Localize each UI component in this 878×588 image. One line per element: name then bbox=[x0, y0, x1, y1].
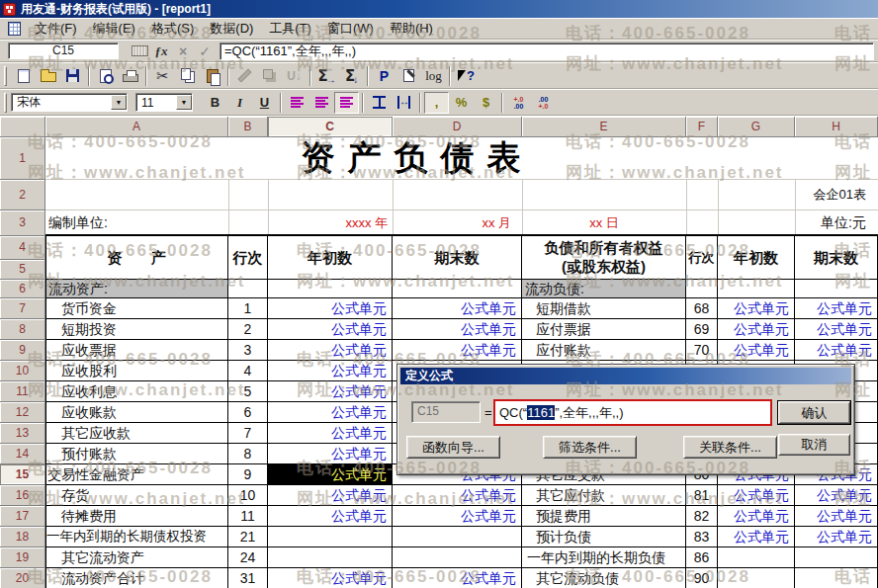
page-setup-button[interactable] bbox=[396, 65, 421, 87]
cell-E17[interactable]: 预提费用 bbox=[522, 506, 686, 527]
thousand-separator-button[interactable]: , bbox=[424, 92, 449, 114]
dialog-formula-input[interactable]: QC(“1161”,全年,,,年,,) bbox=[493, 399, 772, 426]
cell-G8[interactable]: 公式单元 bbox=[718, 319, 795, 340]
formula-input[interactable]: =QC(“1161”,全年,,,年,,) bbox=[220, 42, 874, 60]
table-header-g[interactable]: 年初数 bbox=[718, 236, 795, 280]
percent-style-button[interactable]: % bbox=[449, 92, 474, 114]
function-wizard-icon[interactable]: ƒx bbox=[150, 42, 172, 60]
app-icon[interactable] bbox=[3, 3, 16, 16]
open-button[interactable] bbox=[36, 65, 60, 87]
row-header-2[interactable]: 2 bbox=[0, 180, 45, 210]
italic-button[interactable]: I bbox=[227, 92, 252, 114]
cell-A18[interactable]: 一年内到期的长期债权投资 bbox=[45, 527, 228, 547]
relation-condition-button[interactable]: 关联条件... bbox=[683, 436, 777, 459]
cancel-entry-icon[interactable]: × bbox=[172, 42, 194, 60]
row-header-17[interactable]: 17 bbox=[0, 506, 45, 527]
cell-A12[interactable]: 应收账款 bbox=[45, 402, 228, 423]
increase-decimal-button[interactable]: +.0.00 bbox=[506, 92, 531, 114]
cell[interactable] bbox=[686, 280, 718, 298]
row-header-8[interactable]: 8 bbox=[0, 319, 45, 340]
cell-E8[interactable]: 应付票据 bbox=[522, 319, 686, 340]
unit-label[interactable]: 单位:元 bbox=[795, 210, 878, 236]
menu-edit[interactable]: 编辑(E) bbox=[85, 18, 143, 40]
toolbar-grip[interactable] bbox=[4, 66, 7, 86]
paste-button[interactable] bbox=[200, 65, 224, 87]
prepared-by-label[interactable]: 编制单位: bbox=[45, 210, 228, 236]
date-day[interactable]: xx 日 bbox=[522, 210, 686, 236]
save-button[interactable] bbox=[60, 65, 85, 87]
confirm-entry-icon[interactable]: ✓ bbox=[194, 42, 216, 60]
cell-B11[interactable]: 5 bbox=[228, 381, 268, 402]
cell-B18[interactable]: 21 bbox=[228, 527, 268, 547]
cell-C12[interactable]: 公式单元 bbox=[268, 402, 393, 423]
cell-D7[interactable]: 公式单元 bbox=[393, 298, 522, 319]
select-all-corner[interactable] bbox=[0, 117, 45, 137]
cell-B17[interactable]: 11 bbox=[228, 506, 268, 527]
cell-name-box[interactable]: C15 bbox=[8, 42, 119, 59]
cell-E9[interactable]: 应付账款 bbox=[522, 340, 686, 361]
sum-column-button[interactable]: Σ↓ bbox=[339, 65, 364, 87]
section-header[interactable]: 流动负债: bbox=[522, 280, 686, 298]
cell-G16[interactable]: 公式单元 bbox=[718, 485, 795, 506]
date-month[interactable]: xx 月 bbox=[393, 210, 522, 236]
log-button[interactable]: log bbox=[421, 65, 446, 87]
cell-F7[interactable]: 68 bbox=[686, 298, 718, 319]
cell-B16[interactable]: 10 bbox=[228, 485, 268, 506]
fill-format-button-disabled[interactable] bbox=[257, 65, 282, 87]
cell-A19[interactable]: 其它流动资产 bbox=[45, 547, 228, 568]
cell-F8[interactable]: 69 bbox=[686, 319, 718, 340]
cell[interactable] bbox=[718, 280, 795, 298]
cell-A15[interactable]: 交易性金融资产 bbox=[45, 464, 228, 485]
cell-A8[interactable]: 短期投资 bbox=[45, 319, 228, 340]
column-header-E[interactable]: E bbox=[522, 117, 686, 137]
row-header-10[interactable]: 10 bbox=[0, 361, 45, 381]
cell-A9[interactable]: 应收票据 bbox=[45, 340, 228, 361]
cell-A17[interactable]: 待摊费用 bbox=[45, 506, 228, 527]
cell-F17[interactable]: 82 bbox=[686, 506, 718, 527]
keyboard-icon[interactable] bbox=[129, 42, 150, 60]
cell-A11[interactable]: 应收利息 bbox=[45, 381, 228, 402]
cell-B9[interactable]: 3 bbox=[228, 340, 268, 361]
cell-E7[interactable]: 短期借款 bbox=[522, 298, 686, 319]
row-header-12[interactable]: 12 bbox=[0, 402, 45, 423]
column-header-G[interactable]: G bbox=[718, 117, 795, 137]
cell-D17[interactable]: 公式单元 bbox=[393, 506, 522, 527]
sort-button-disabled[interactable]: U↓ bbox=[282, 65, 307, 87]
cell-G17[interactable]: 公式单元 bbox=[718, 506, 795, 527]
cell-B19[interactable]: 24 bbox=[228, 547, 268, 568]
context-help-button[interactable]: ? bbox=[454, 65, 479, 87]
cell-B8[interactable]: 2 bbox=[228, 319, 268, 340]
column-header-B[interactable]: B bbox=[228, 117, 268, 137]
align-left-button[interactable] bbox=[285, 92, 309, 114]
row-header-16[interactable]: 16 bbox=[0, 485, 45, 506]
cell-D8[interactable]: 公式单元 bbox=[393, 319, 522, 340]
title-bar[interactable]: 用友通-财务报表(试用版) - [report1] bbox=[0, 0, 878, 18]
cell-H7[interactable]: 公式单元 bbox=[795, 298, 878, 319]
cell-C13[interactable]: 公式单元 bbox=[268, 423, 393, 444]
cell-D19[interactable] bbox=[393, 547, 522, 568]
column-width-button[interactable]: ↔ bbox=[392, 92, 416, 114]
row-header-18[interactable]: 18 bbox=[0, 527, 45, 547]
dialog-title-bar[interactable]: 定义公式 bbox=[400, 368, 851, 384]
section-header[interactable]: 流动资产: bbox=[45, 280, 228, 298]
cell-B10[interactable]: 4 bbox=[228, 361, 268, 381]
sheet-title[interactable]: 资产负债表 bbox=[45, 137, 878, 180]
print-preview-button[interactable] bbox=[93, 65, 118, 87]
cell-A14[interactable]: 预付账款 bbox=[45, 444, 228, 464]
report-code[interactable]: 会企01表 bbox=[795, 180, 878, 210]
font-size-combo[interactable]: 11 ▼ bbox=[135, 93, 193, 112]
cell-D18[interactable] bbox=[393, 527, 522, 547]
copy-button[interactable] bbox=[175, 65, 200, 87]
table-header-c[interactable]: 年初数 bbox=[268, 236, 393, 280]
cell-G19[interactable] bbox=[718, 547, 795, 568]
column-header-A[interactable]: A bbox=[45, 117, 228, 137]
selected-cell-C15[interactable]: 公式单元 bbox=[268, 464, 393, 485]
function-wizard-button[interactable]: 函数向导... bbox=[406, 436, 500, 459]
cell-E20[interactable]: 其它流动负债 bbox=[522, 568, 686, 588]
cell[interactable] bbox=[795, 280, 878, 298]
chevron-down-icon[interactable]: ▼ bbox=[176, 95, 192, 110]
cancel-button[interactable]: 取消 bbox=[778, 434, 850, 456]
date-year[interactable]: xxxx 年 bbox=[268, 210, 393, 236]
cell-G7[interactable]: 公式单元 bbox=[718, 298, 795, 319]
menu-help[interactable]: 帮助(H) bbox=[382, 18, 441, 40]
